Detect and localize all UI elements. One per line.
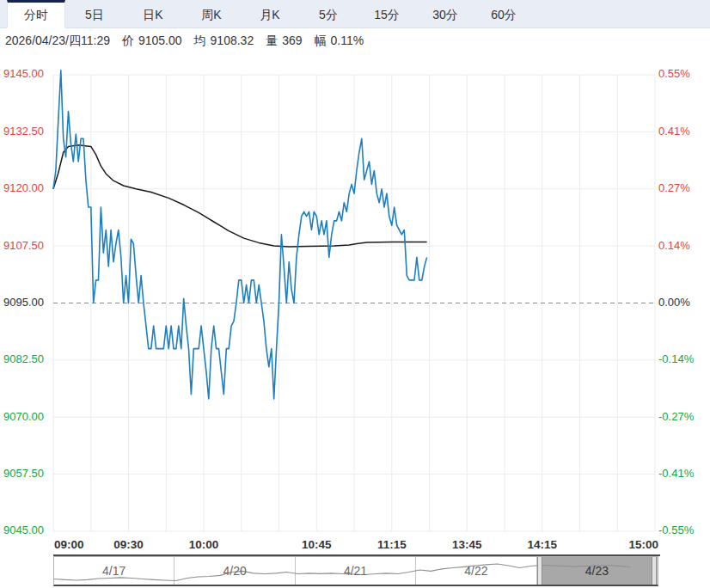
y-axis-percent-label: -0.14% (658, 352, 695, 365)
tab-30分[interactable]: 30分 (416, 0, 474, 28)
tab-15分[interactable]: 15分 (358, 0, 416, 28)
tab-60分[interactable]: 60分 (474, 0, 533, 28)
y-axis-percent-label: 0.55% (658, 67, 690, 80)
nav-range-handle-left[interactable] (537, 557, 542, 585)
intraday-chart-canvas[interactable]: 9145.000.55%9132.500.41%9120.000.27%9107… (0, 53, 710, 554)
x-axis-time-label: 09:00 (54, 538, 84, 551)
y-axis-price-label: 9045.00 (3, 524, 44, 536)
tab-分时[interactable]: 分时 (7, 0, 65, 28)
y-axis-percent-label: -0.27% (658, 410, 695, 423)
range-value: 0.11% (331, 34, 364, 47)
x-axis-time-label: 14:15 (528, 538, 558, 551)
x-axis-time-label: 10:00 (189, 538, 219, 551)
y-axis-price-label: 9057.50 (3, 467, 44, 480)
y-axis-percent-label: 0.27% (658, 181, 690, 194)
nav-range-handle-right[interactable] (652, 557, 657, 585)
nav-date-label: 4/22 (464, 564, 487, 578)
tab-5分[interactable]: 5分 (299, 0, 358, 28)
nav-date-label: 4/17 (102, 564, 125, 578)
y-axis-price-label: 9145.00 (3, 67, 44, 80)
nav-section-4-22[interactable]: 4/22 (416, 557, 536, 585)
tab-日K[interactable]: 日K (124, 0, 182, 28)
quote-range: 幅0.11% (315, 34, 364, 49)
x-axis-time-label: 15:00 (628, 538, 658, 551)
x-axis-time-label: 10:45 (302, 538, 332, 551)
nav-section-4-21[interactable]: 4/21 (296, 557, 416, 585)
tab-月K[interactable]: 月K (241, 0, 299, 28)
quote-volume: 量369 (266, 34, 302, 49)
range-label: 幅 (315, 34, 327, 47)
y-axis-price-label: 9070.00 (3, 410, 44, 423)
y-axis-price-label: 9082.50 (3, 352, 44, 365)
y-axis-percent-label: -0.41% (658, 467, 695, 480)
period-tabbar: 分时5日日K周K月K5分15分30分60分 (0, 0, 710, 28)
price-label: 价 (122, 34, 134, 47)
quote-datetime: 2026/04/23/四11:29 (5, 34, 110, 49)
price-value: 9105.00 (138, 34, 182, 47)
price-line (53, 70, 427, 399)
quote-status-line: 2026/04/23/四11:29 价9105.00 均9108.32 量369… (5, 31, 705, 52)
y-axis-percent-label: 0.41% (658, 125, 690, 138)
volume-label: 量 (266, 34, 278, 47)
quote-price: 价9105.00 (122, 34, 182, 49)
nav-section-4-23[interactable]: 4/23 (537, 557, 658, 585)
x-axis-time-label: 13:45 (452, 538, 482, 551)
nav-date-label: 4/21 (344, 564, 367, 578)
volume-value: 369 (282, 34, 302, 47)
tab-5日[interactable]: 5日 (65, 0, 124, 28)
x-axis-time-label: 09:30 (113, 538, 144, 551)
y-axis-percent-label: 0.14% (658, 239, 690, 252)
quote-average: 均9108.32 (194, 34, 254, 49)
x-axis-time-label: 11:15 (377, 538, 407, 551)
avg-value: 9108.32 (211, 34, 254, 47)
y-axis-price-label: 9120.00 (3, 181, 44, 194)
y-axis-price-label: 9132.50 (3, 125, 44, 138)
tab-周K[interactable]: 周K (182, 0, 241, 28)
nav-section-4-20[interactable]: 4/20 (174, 557, 295, 585)
y-axis-percent-label: -0.55% (658, 524, 695, 536)
y-axis-percent-label: 0.00% (658, 296, 690, 309)
nav-section-4-17[interactable]: 4/17 (54, 557, 174, 585)
nav-date-label: 4/20 (223, 564, 246, 578)
y-axis-price-label: 9107.50 (3, 239, 44, 252)
intraday-chart-page: 分时5日日K周K月K5分15分30分60分 2026/04/23/四11:29 … (0, 0, 710, 588)
nav-date-label: 4/23 (585, 564, 609, 578)
date-navigator: 4/174/204/214/224/23 (53, 556, 658, 586)
average-price-line (53, 145, 427, 247)
y-axis-price-label: 9095.00 (3, 296, 44, 309)
avg-label: 均 (194, 34, 206, 47)
